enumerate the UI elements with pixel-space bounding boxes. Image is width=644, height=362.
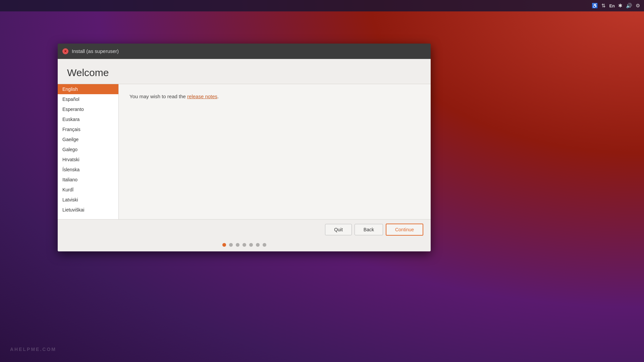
right-content: You may wish to read the release notes. [119,84,431,219]
language-indicator[interactable]: En [609,3,615,8]
install-dialog: × Install (as superuser) Welcome English… [58,44,431,251]
language-item[interactable]: Euskara [58,114,118,124]
dialog-content: Welcome EnglishEspañolEsperantoEuskaraFr… [58,59,431,251]
language-item[interactable]: Italiano [58,175,118,185]
back-button[interactable]: Back [355,224,383,235]
continue-button[interactable]: Continue [386,224,423,236]
dialog-titlebar: × Install (as superuser) [58,44,431,59]
language-item[interactable]: Kurdî [58,185,118,195]
language-item[interactable]: Latviski [58,195,118,205]
dialog-bottom: Quit Back Continue [58,219,431,251]
watermark: AHELPME.COM [10,347,56,352]
language-item[interactable]: Gaeilge [58,134,118,144]
language-item[interactable]: English [58,84,118,94]
language-item[interactable]: Español [58,94,118,104]
language-item[interactable]: Français [58,124,118,134]
settings-icon[interactable]: ⚙ [636,3,640,9]
close-button[interactable]: × [62,48,68,54]
step-dot [243,243,246,247]
language-item[interactable]: Lietuviškai [58,205,118,215]
welcome-title: Welcome [67,67,421,78]
release-notes-text: You may wish to read the release notes. [129,94,420,99]
step-dot [236,243,239,247]
accessibility-icon[interactable]: ♿ [592,3,598,9]
dialog-title: Install (as superuser) [72,48,119,54]
release-text-prefix: You may wish to read the [129,94,187,99]
network-icon[interactable]: ⇅ [601,3,606,9]
step-dot [263,243,266,247]
bluetooth-icon[interactable]: ✱ [618,3,623,9]
step-dot [256,243,260,247]
volume-icon[interactable]: 🔊 [626,3,632,9]
language-list: EnglishEspañolEsperantoEuskaraFrançaisGa… [58,84,119,219]
quit-button[interactable]: Quit [325,224,352,235]
step-dot [249,243,253,247]
release-text-suffix: . [217,94,219,99]
buttons-row: Quit Back Continue [58,220,431,240]
language-item[interactable]: Hrvatski [58,155,118,165]
language-item[interactable]: Íslenska [58,165,118,175]
release-notes-link[interactable]: release notes [187,94,217,99]
welcome-header: Welcome [58,59,431,84]
step-dot [229,243,233,247]
main-split: EnglishEspañolEsperantoEuskaraFrançaisGa… [58,84,431,219]
language-item[interactable]: Esperanto [58,104,118,114]
language-item[interactable]: Galego [58,144,118,155]
step-dots [58,240,431,251]
step-dot [222,243,226,247]
taskbar: ♿ ⇅ En ✱ 🔊 ⚙ [0,0,644,11]
